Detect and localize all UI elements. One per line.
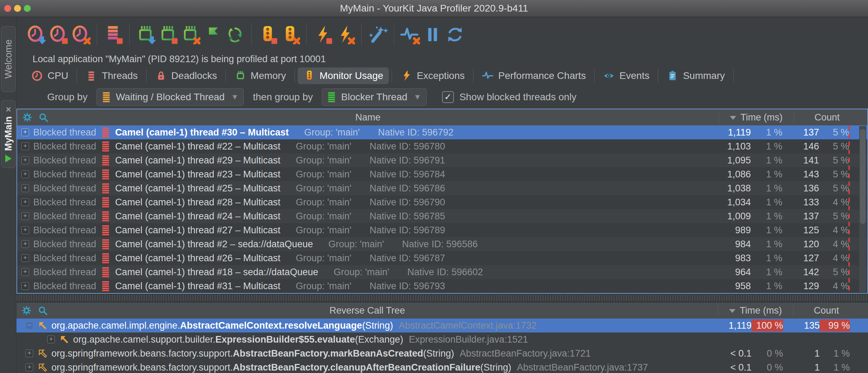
- fullscreen-window-button[interactable]: [24, 5, 31, 12]
- tab-label: CPU: [48, 70, 68, 81]
- tab-memory[interactable]: Memory: [229, 67, 292, 84]
- time-column-header[interactable]: Time (ms): [718, 305, 793, 316]
- expander-icon[interactable]: +: [21, 198, 29, 206]
- scrollbar-thumb[interactable]: [860, 129, 866, 224]
- vertical-scrollbar[interactable]: [859, 126, 866, 292]
- search-icon[interactable]: [38, 112, 49, 123]
- tab-summary[interactable]: Summary: [661, 67, 731, 84]
- tab-performance-charts[interactable]: Performance Charts: [476, 67, 592, 84]
- expander-icon[interactable]: +: [21, 268, 29, 276]
- table-row[interactable]: +Blocked threadCamel (camel-1) thread #2…: [17, 223, 867, 237]
- tab-threads[interactable]: Threads: [80, 67, 143, 84]
- welcome-tab-label: Welcome: [3, 39, 14, 79]
- callee-arrow-icon: [59, 334, 70, 345]
- name-column-header[interactable]: Name: [17, 112, 719, 123]
- table-row[interactable]: +Blocked threadCamel (camel-1) thread #2…: [17, 251, 867, 265]
- tab-exceptions[interactable]: Exceptions: [395, 67, 470, 84]
- then-group-by-dropdown[interactable]: Blocker Thread ▼: [322, 88, 426, 106]
- time-column-header[interactable]: Time (ms): [719, 112, 794, 123]
- expander-icon[interactable]: +: [26, 350, 33, 357]
- show-blocked-threads-checkbox[interactable]: ✓: [442, 91, 454, 103]
- exception-profiling-clear-button[interactable]: [334, 23, 356, 46]
- time-value: 1,119: [716, 127, 751, 138]
- trigger-flag-button[interactable]: [202, 23, 224, 46]
- table-row[interactable]: +Blocked threadCamel (camel-1) thread #2…: [17, 209, 867, 223]
- minimize-window-button[interactable]: [14, 5, 21, 12]
- threads-icon: [85, 70, 97, 82]
- expander-icon[interactable]: +: [21, 184, 29, 192]
- force-gc-icon: [226, 25, 245, 44]
- search-icon[interactable]: [37, 305, 48, 316]
- call-tree-row[interactable]: +org.springframework.beans.factory.suppo…: [16, 360, 868, 373]
- thread-group: Group: 'main': [296, 155, 351, 166]
- pause-button[interactable]: [421, 23, 444, 46]
- tab-cpu[interactable]: CPU: [26, 67, 74, 84]
- monitor-profiling-clear-button[interactable]: [279, 23, 301, 46]
- force-gc-button[interactable]: [224, 23, 247, 46]
- method-signature: org.apache.camel.impl.engine.AbstractCam…: [51, 320, 393, 331]
- memory-profiling-start-button[interactable]: [135, 23, 157, 46]
- close-icon[interactable]: ×: [6, 106, 11, 113]
- refresh-button[interactable]: [444, 23, 466, 46]
- eye-icon: [603, 70, 615, 82]
- count-column-header[interactable]: Count: [794, 112, 860, 123]
- call-tree-row[interactable]: +org.springframework.beans.factory.suppo…: [16, 346, 868, 360]
- tab-monitor-usage[interactable]: Monitor Usage: [298, 67, 389, 84]
- table-row[interactable]: +Blocked threadCamel (camel-1) thread #2…: [17, 139, 867, 153]
- thread-telemetry-stop-button[interactable]: [102, 23, 124, 46]
- sidebar-tab-mymain[interactable]: × MyMain: [1, 100, 16, 168]
- gear-icon[interactable]: [21, 305, 32, 316]
- sidebar-tab-welcome[interactable]: Welcome: [1, 26, 16, 92]
- tab-label: Deadlocks: [171, 70, 217, 81]
- call-tree-title[interactable]: Reverse Call Tree: [16, 305, 718, 316]
- table-row[interactable]: +Blocked threadCamel (camel-1) thread #2…: [17, 181, 867, 195]
- table-row[interactable]: +Blocked threadCamel (camel-1) thread #2…: [17, 167, 867, 181]
- expander-icon[interactable]: +: [47, 336, 55, 343]
- expander-icon[interactable]: −: [26, 322, 33, 329]
- table-row[interactable]: +Blocked threadCamel (camel-1) thread #2…: [17, 195, 867, 209]
- cpu-profiling-stop-button[interactable]: [47, 23, 70, 46]
- count-column-header[interactable]: Count: [793, 305, 860, 316]
- expander-icon[interactable]: +: [21, 282, 29, 290]
- inspections-wand-button[interactable]: [367, 23, 389, 46]
- table-row[interactable]: +Blocked threadCamel (camel-1) thread #2…: [17, 153, 867, 167]
- cpu-profiling-start-button[interactable]: [25, 23, 47, 46]
- profiling-status-text: Local application "MyMain" (PID 89212) i…: [16, 52, 868, 66]
- expander-icon[interactable]: +: [21, 156, 29, 164]
- table-row[interactable]: +Blocked threadCamel (camel-1) thread #3…: [17, 279, 867, 293]
- expander-icon[interactable]: +: [21, 240, 29, 248]
- tab-deadlocks[interactable]: Deadlocks: [149, 67, 223, 84]
- telemetry-clear-button[interactable]: [399, 23, 421, 46]
- thread-bars-red-icon: [101, 155, 110, 166]
- time-percent: 1 %: [751, 127, 782, 138]
- tab-label: Performance Charts: [498, 70, 586, 81]
- horizontal-scrollbar[interactable]: [16, 294, 868, 302]
- table-row[interactable]: +Blocked threadCamel (camel-1) thread #2…: [17, 237, 867, 251]
- table-row[interactable]: +Blocked threadCamel (camel-1) thread #3…: [17, 125, 867, 139]
- table-row[interactable]: +Blocked threadCamel (camel-1) thread #1…: [17, 265, 867, 279]
- cpu-profiling-clear-button[interactable]: [70, 23, 92, 46]
- expander-icon[interactable]: +: [21, 142, 29, 150]
- call-tree-row[interactable]: +org.apache.camel.support.builder.Expres…: [16, 332, 868, 346]
- session-tab-rail: Welcome × MyMain: [0, 17, 16, 373]
- tab-events[interactable]: Events: [597, 67, 655, 84]
- call-tree-header: Reverse Call Tree Time (ms) Count: [16, 302, 868, 319]
- threads-table-panel: Name Time (ms) Count +Blocked threadCame…: [16, 109, 868, 294]
- gear-icon[interactable]: [22, 112, 33, 123]
- count-value: 127: [782, 253, 819, 264]
- monitor-profiling-stop-button[interactable]: [257, 23, 279, 46]
- expander-icon[interactable]: +: [21, 254, 29, 262]
- expander-icon[interactable]: +: [21, 212, 29, 220]
- group-by-dropdown[interactable]: Waiting / Blocked Thread ▼: [97, 88, 244, 106]
- time-percent: 1 %: [751, 225, 782, 236]
- memory-profiling-clear-button[interactable]: [179, 23, 202, 46]
- expander-icon[interactable]: +: [21, 226, 29, 234]
- close-window-button[interactable]: [4, 5, 11, 12]
- exception-profiling-stop-button[interactable]: [312, 23, 334, 46]
- expander-icon[interactable]: +: [21, 170, 29, 178]
- call-tree-row[interactable]: −org.apache.camel.impl.engine.AbstractCa…: [16, 319, 868, 332]
- expander-icon[interactable]: +: [21, 129, 29, 136]
- expander-icon[interactable]: +: [26, 364, 33, 371]
- memory-profiling-stop-button[interactable]: [157, 23, 179, 46]
- count-percent: 4 %: [819, 281, 849, 292]
